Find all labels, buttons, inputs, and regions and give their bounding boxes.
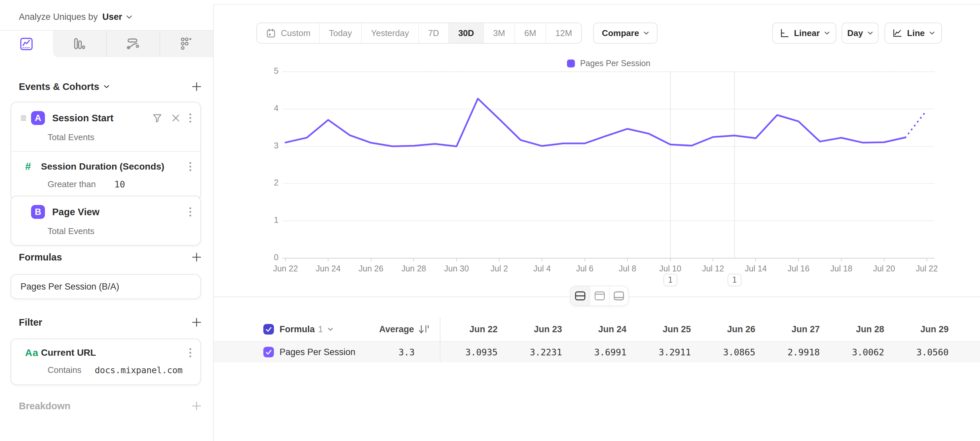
range-yesterday[interactable]: Yesterday (361, 23, 418, 43)
range-7d[interactable]: 7D (418, 23, 449, 43)
annotation-line (734, 72, 735, 258)
filter-property-title[interactable]: Current URL (41, 347, 96, 358)
event-title[interactable]: Page View (52, 207, 99, 218)
x-axis-label: Jul 6 (562, 264, 608, 274)
range-custom[interactable]: Custom (257, 23, 319, 43)
y-axis-label: 2 (247, 178, 278, 188)
select-all-checkbox[interactable] (263, 324, 274, 334)
table-cell-value: 3.0062 (824, 347, 889, 357)
date-range-picker: CustomTodayYesterday7D30D3M6M12M (256, 22, 582, 44)
range-30d[interactable]: 30D (449, 23, 484, 43)
chart-type-button[interactable]: Line (885, 22, 942, 44)
drag-handle-icon[interactable] (21, 115, 26, 121)
table-date-header[interactable]: Jun 28 (824, 324, 889, 334)
kebab-menu-icon[interactable] (189, 207, 192, 217)
legend-swatch (567, 59, 575, 67)
property-operator[interactable]: Greater than (48, 179, 96, 189)
breakdown-title: Breakdown (19, 401, 70, 412)
table-cell-value: 3.0935 (440, 347, 502, 357)
chart-legend[interactable]: Pages Per Session (283, 59, 934, 68)
time-interval-button[interactable]: Day (842, 22, 878, 44)
interval-label: Day (847, 28, 863, 38)
gridline-y-4 (283, 109, 934, 110)
row-checkbox[interactable] (263, 347, 274, 357)
table-date-header[interactable]: Jun 26 (695, 324, 760, 334)
add-filter-button[interactable] (191, 317, 202, 328)
event-card-page-view: B Page View Total Events (11, 196, 201, 246)
table-date-header[interactable]: Jun 22 (440, 324, 502, 334)
events-cohorts-header: Events & Cohorts (19, 80, 202, 94)
event-measure[interactable]: Total Events (11, 125, 200, 151)
table-row-pages-per-session[interactable]: Pages Per Session 3.3 3.09353.22313.6991… (214, 341, 980, 362)
y-axis-scale-button[interactable]: Linear (772, 22, 836, 44)
event-card-session-start: A Session Start Total Events # Session D… (11, 102, 201, 200)
table-date-header[interactable]: Jun 24 (566, 324, 631, 334)
chevron-down-icon[interactable] (104, 85, 109, 89)
x-axis-label: Jun 28 (391, 264, 437, 274)
tab-funnels[interactable] (53, 31, 106, 57)
event-property-block: # Session Duration (Seconds) Greater tha… (11, 151, 200, 199)
formula-card[interactable]: Pages Per Session (B/A) (11, 274, 201, 299)
events-cohorts-title: Events & Cohorts (19, 81, 99, 92)
text-property-icon: Aa (25, 347, 40, 358)
table-cell-value: 3.2231 (502, 347, 566, 357)
compare-button[interactable]: Compare (593, 22, 657, 44)
breakdown-header: Breakdown (19, 399, 202, 413)
x-axis-tick (456, 258, 457, 261)
kebab-menu-icon[interactable] (189, 113, 192, 123)
kebab-menu-icon[interactable] (189, 162, 192, 172)
series-column-header: Formula (280, 324, 315, 334)
add-event-button[interactable] (191, 81, 202, 92)
x-axis-tick (371, 258, 371, 261)
x-axis-label: Jul 20 (861, 264, 907, 274)
filter-card-current-url: Aa Current URL Contains docs.mixpanel.co… (11, 339, 201, 385)
range-6m[interactable]: 6M (514, 23, 546, 43)
event-measure[interactable]: Total Events (11, 219, 200, 245)
event-title[interactable]: Session Start (52, 113, 113, 124)
range-3m[interactable]: 3M (484, 23, 514, 43)
filter-icon[interactable] (152, 113, 162, 123)
add-breakdown-button[interactable] (191, 401, 202, 411)
gridline-y-1 (283, 221, 934, 221)
y-axis-label: 4 (247, 103, 278, 113)
annotation-line (670, 72, 671, 258)
property-value[interactable]: 10 (115, 179, 125, 189)
table-cell-value: 3.0865 (695, 347, 760, 357)
sort-descending-icon[interactable] (418, 324, 430, 335)
filter-operator[interactable]: Contains (48, 365, 82, 375)
filter-value[interactable]: docs.mixpanel.com (95, 365, 183, 375)
chevron-down-icon[interactable] (328, 328, 333, 331)
x-axis-label: Jul 16 (775, 264, 822, 274)
table-date-header[interactable]: Jun 29 (889, 324, 953, 334)
table-date-header[interactable]: Jun 23 (502, 324, 566, 334)
tab-insights[interactable] (0, 31, 53, 57)
x-axis-tick (884, 258, 885, 261)
range-today[interactable]: Today (319, 23, 361, 43)
table-date-header[interactable]: Jun 25 (631, 324, 695, 334)
range-12m[interactable]: 12M (546, 23, 582, 43)
chevron-down-icon (824, 32, 830, 35)
table-date-header[interactable]: Jun 27 (760, 324, 824, 334)
gridline-y-0 (283, 258, 934, 258)
add-formula-button[interactable] (191, 252, 202, 263)
table-cell-value: 3.6991 (566, 347, 631, 357)
tab-flows[interactable] (106, 31, 159, 57)
property-title[interactable]: Session Duration (Seconds) (41, 161, 164, 172)
table-header-row: Formula 1 Average Jun 22Jun 23Jun 24Jun … (214, 317, 980, 341)
kebab-menu-icon[interactable] (189, 348, 192, 358)
number-property-icon: # (25, 160, 40, 173)
y-axis-label: 1 (247, 215, 278, 225)
event-badge: B (31, 205, 45, 219)
x-axis-tick (328, 258, 328, 261)
y-axis-label: 0 (247, 253, 278, 262)
y-axis-label: 3 (247, 141, 278, 150)
chevron-down-icon (644, 32, 649, 35)
remove-event-icon[interactable] (171, 113, 180, 123)
gridline-y-2 (283, 183, 934, 184)
annotation-badge[interactable]: 1 (727, 274, 741, 286)
tab-retention[interactable] (159, 31, 213, 57)
analyze-uniques-by-dropdown[interactable]: User (102, 12, 132, 22)
x-axis-label: Jun 26 (348, 264, 394, 274)
annotation-badge[interactable]: 1 (663, 274, 677, 286)
average-column-header[interactable]: Average (379, 324, 414, 334)
